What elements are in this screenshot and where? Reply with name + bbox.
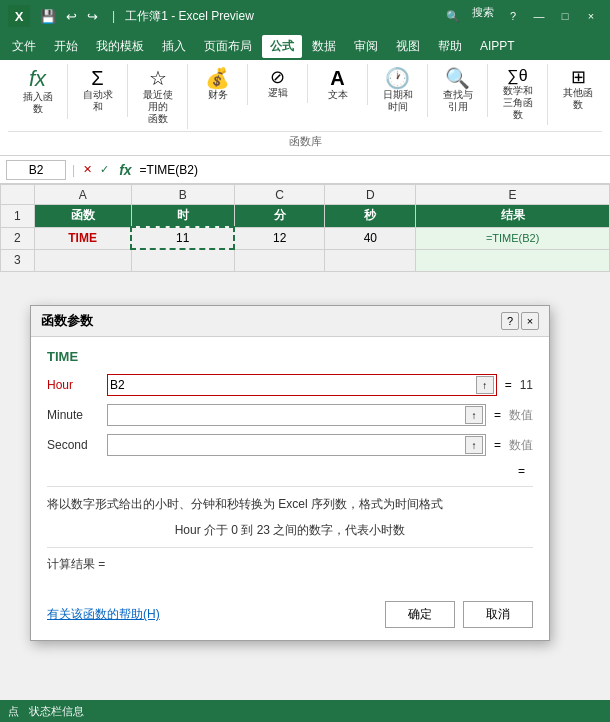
autosum-btn[interactable]: Σ 自动求和 [76, 66, 119, 115]
fx-icon: fx [29, 68, 46, 90]
dialog-param-desc: Hour 介于 0 到 23 之间的数字，代表小时数 [47, 522, 533, 539]
cell-c3[interactable] [234, 249, 325, 271]
param-arrow-minute[interactable]: ↑ [465, 406, 483, 424]
recent-funcs-label: 最近使用的 函数 [140, 89, 175, 125]
dialog-controls: ? × [501, 312, 539, 330]
lookup-btn[interactable]: 🔍 查找与引用 [436, 66, 479, 115]
datetime-btn[interactable]: 🕐 日期和时间 [376, 66, 419, 115]
cell-b3[interactable] [131, 249, 234, 271]
menu-review[interactable]: 审阅 [346, 35, 386, 58]
col-header-b[interactable]: B [131, 185, 234, 205]
recent-funcs-btn[interactable]: ☆ 最近使用的 函数 [136, 66, 179, 127]
menu-layout[interactable]: 页面布局 [196, 35, 260, 58]
dialog-help-btn[interactable]: ? [501, 312, 519, 330]
cell-reference-input[interactable] [6, 160, 66, 180]
row-header-3: 3 [1, 249, 35, 271]
cell-b2[interactable]: 11 [131, 227, 234, 249]
sigma-icon: Σ [91, 68, 103, 88]
dialog-title: 函数参数 [41, 312, 93, 330]
cell-b1[interactable]: 时 [131, 205, 234, 228]
formula-confirm-btn[interactable]: ✓ [98, 163, 111, 176]
help-btn[interactable]: ? [502, 5, 524, 27]
row-header-2: 2 [1, 227, 35, 249]
cell-c1[interactable]: 分 [234, 205, 325, 228]
menu-aippt[interactable]: AIPPT [472, 36, 523, 56]
dialog-divider-1 [47, 486, 533, 487]
dialog-ok-btn[interactable]: 确定 [385, 601, 455, 628]
excel-logo: X [8, 5, 30, 27]
ribbon-group-datetime: 🕐 日期和时间 [368, 64, 428, 117]
cell-d1[interactable]: 秒 [325, 205, 416, 228]
cell-e3[interactable] [416, 249, 610, 271]
logic-btn[interactable]: ⊘ 逻辑 [260, 66, 296, 101]
corner-header [1, 185, 35, 205]
param-equals-minute: = [494, 408, 501, 422]
formula-cancel-btn[interactable]: ✕ [81, 163, 94, 176]
fx-button[interactable]: fx [115, 162, 135, 178]
maximize-btn[interactable]: □ [554, 5, 576, 27]
cell-a3[interactable] [34, 249, 131, 271]
cell-a2[interactable]: TIME [34, 227, 131, 249]
menu-data[interactable]: 数据 [304, 35, 344, 58]
minimize-btn[interactable]: — [528, 5, 550, 27]
cell-d2[interactable]: 40 [325, 227, 416, 249]
search-btn[interactable]: 🔍 [442, 5, 464, 27]
undo-btn[interactable]: ↩ [62, 7, 81, 26]
math-icon: ∑θ [507, 68, 527, 84]
dialog-close-btn[interactable]: × [521, 312, 539, 330]
col-header-a[interactable]: A [34, 185, 131, 205]
param-arrow-second[interactable]: ↑ [465, 436, 483, 454]
menu-file[interactable]: 文件 [4, 35, 44, 58]
autosum-label: 自动求和 [80, 89, 115, 113]
datetime-label: 日期和时间 [380, 89, 415, 113]
menu-formula[interactable]: 公式 [262, 35, 302, 58]
save-btn[interactable]: 💾 [36, 7, 60, 26]
menu-home[interactable]: 开始 [46, 35, 86, 58]
status-bar: 点 状态栏信息 [0, 700, 610, 722]
insert-function-btn[interactable]: fx 插入函数 [16, 66, 59, 117]
param-input-second[interactable] [110, 438, 465, 452]
finance-btn[interactable]: 💰 财务 [200, 66, 236, 103]
menu-templates[interactable]: 我的模板 [88, 35, 152, 58]
row-header-1: 1 [1, 205, 35, 228]
param-equals-hour: = [505, 378, 512, 392]
function-arguments-dialog: 函数参数 ? × TIME Hour ↑ = 11 Minute [30, 305, 550, 641]
lookup-label: 查找与引用 [440, 89, 475, 113]
col-header-d[interactable]: D [325, 185, 416, 205]
cell-e2[interactable]: =TIME(B2) [416, 227, 610, 249]
dialog-title-bar: 函数参数 ? × [31, 306, 549, 337]
param-input-hour[interactable] [110, 378, 476, 392]
col-header-c[interactable]: C [234, 185, 325, 205]
math-btn[interactable]: ∑θ 数学和 三角函数 [496, 66, 539, 123]
text-label: 文本 [328, 89, 348, 101]
dialog-help-link[interactable]: 有关该函数的帮助(H) [47, 606, 160, 623]
col-header-e[interactable]: E [416, 185, 610, 205]
formula-input[interactable] [140, 163, 604, 177]
param-value-minute: 数值 [509, 407, 533, 424]
menu-insert[interactable]: 插入 [154, 35, 194, 58]
redo-btn[interactable]: ↪ [83, 7, 102, 26]
menu-view[interactable]: 视图 [388, 35, 428, 58]
other-funcs-btn[interactable]: ⊞ 其他函数 [556, 66, 600, 113]
close-btn[interactable]: × [580, 5, 602, 27]
dialog-footer: 有关该函数的帮助(H) 确定 取消 [31, 593, 549, 640]
grid-icon: ⊞ [571, 68, 586, 86]
cell-d3[interactable] [325, 249, 416, 271]
title-bar: X 💾 ↩ ↪ | 工作簿1 - Excel Preview 🔍 搜索 ? — … [0, 0, 610, 32]
finance-icon: 💰 [205, 68, 230, 88]
ribbon-group-lookup: 🔍 查找与引用 [428, 64, 488, 117]
param-input-minute[interactable] [110, 408, 465, 422]
ribbon-group-math: ∑θ 数学和 三角函数 [488, 64, 548, 125]
cell-a1[interactable]: 函数 [34, 205, 131, 228]
status-info: 状态栏信息 [29, 704, 84, 719]
text-icon: A [330, 68, 344, 88]
cell-e1[interactable]: 结果 [416, 205, 610, 228]
cell-c2[interactable]: 12 [234, 227, 325, 249]
text-btn[interactable]: A 文本 [320, 66, 356, 103]
menu-help[interactable]: 帮助 [430, 35, 470, 58]
param-arrow-hour[interactable]: ↑ [476, 376, 494, 394]
ribbon-group-fx: fx 插入函数 [8, 64, 68, 119]
logic-icon: ⊘ [270, 68, 285, 86]
dialog-cancel-btn[interactable]: 取消 [463, 601, 533, 628]
window-title: 工作簿1 - Excel Preview [125, 8, 254, 25]
